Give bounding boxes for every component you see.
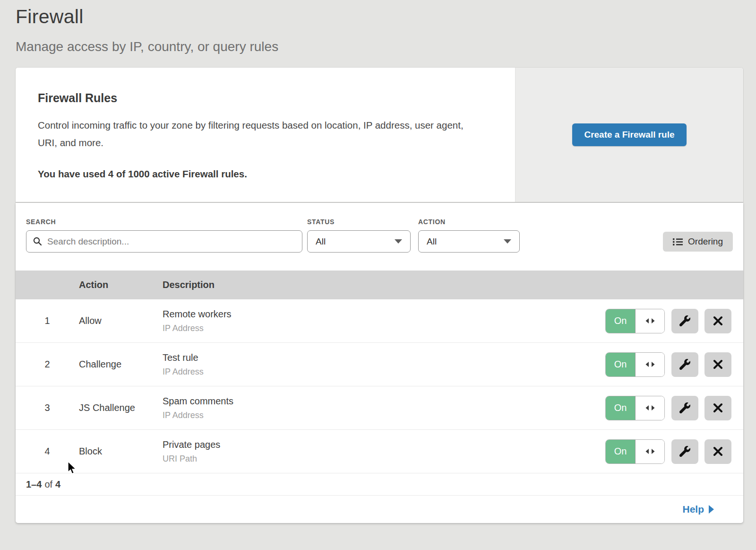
- search-icon: [33, 237, 42, 246]
- rule-description: Spam comments: [163, 396, 605, 407]
- rule-priority: 4: [16, 446, 79, 457]
- rule-description: Remote workers: [163, 309, 605, 320]
- rule-description: Private pages: [163, 439, 605, 450]
- status-label: STATUS: [307, 218, 411, 226]
- ordering-button[interactable]: Ordering: [663, 232, 733, 252]
- filters-bar: SEARCH STATUS All ACTION All: [16, 203, 743, 271]
- main-content: Firewall Rules Control incoming traffic …: [16, 68, 743, 523]
- rule-action: Allow: [79, 315, 163, 326]
- toggle-on-segment: On: [606, 309, 636, 333]
- close-icon: [713, 316, 723, 326]
- search-input[interactable]: [47, 236, 295, 247]
- overview-action-panel: Create a Firewall rule: [515, 68, 743, 202]
- chevron-right-icon: [709, 505, 714, 514]
- rule-description: Test rule: [163, 352, 605, 363]
- pagination-of: of: [44, 479, 52, 490]
- rule-description-cell: Spam comments IP Address: [163, 396, 605, 420]
- toggle-arrows-icon: [636, 309, 664, 333]
- edit-rule-button[interactable]: [671, 352, 698, 377]
- firewall-rules-overview-card: Firewall Rules Control incoming traffic …: [16, 68, 743, 202]
- help-row: Help: [16, 496, 743, 523]
- search-filter-group: SEARCH: [26, 218, 302, 253]
- rule-match-type: IP Address: [163, 410, 605, 420]
- wrench-icon: [679, 402, 690, 413]
- wrench-icon: [679, 446, 690, 457]
- search-label: SEARCH: [26, 218, 302, 226]
- firewall-rules-list-card: SEARCH STATUS All ACTION All: [16, 203, 743, 523]
- ordered-list-icon: [673, 238, 683, 246]
- page-title: Firewall: [16, 6, 742, 28]
- rule-controls: On: [605, 396, 743, 420]
- status-filter-group: STATUS All: [307, 218, 411, 253]
- rule-priority: 1: [16, 315, 79, 326]
- table-row: 4 Block Private pages URI Path On: [16, 430, 743, 473]
- edit-rule-button[interactable]: [671, 396, 698, 420]
- help-link-label: Help: [682, 504, 704, 515]
- rule-priority: 2: [16, 359, 79, 370]
- toggle-arrows-icon: [636, 440, 664, 463]
- rule-action: Block: [79, 446, 163, 457]
- page-subtitle: Manage access by IP, country, or query r…: [16, 39, 742, 54]
- rule-priority: 3: [16, 402, 79, 413]
- column-action: Action: [79, 279, 163, 290]
- overview-heading: Firewall Rules: [38, 91, 482, 105]
- rule-action: JS Challenge: [79, 402, 163, 413]
- table-row: 3 JS Challenge Spam comments IP Address …: [16, 386, 743, 430]
- toggle-arrows-icon: [636, 353, 664, 376]
- table-header: Action Description: [16, 271, 743, 299]
- delete-rule-button[interactable]: [704, 309, 731, 333]
- pagination: 1–4 of 4: [16, 473, 743, 496]
- rule-enabled-toggle[interactable]: On: [605, 352, 665, 377]
- overview-usage-text: You have used 4 of 1000 active Firewall …: [38, 168, 482, 180]
- table-row: 1 Allow Remote workers IP Address On: [16, 299, 743, 343]
- rule-description-cell: Test rule IP Address: [163, 352, 605, 377]
- action-label: ACTION: [418, 218, 520, 226]
- pagination-total: 4: [55, 479, 60, 490]
- page-header: Firewall Manage access by IP, country, o…: [0, 0, 756, 54]
- toggle-on-segment: On: [606, 396, 636, 420]
- status-select[interactable]: All: [307, 230, 411, 253]
- rule-match-type: IP Address: [163, 367, 605, 377]
- close-icon: [713, 359, 723, 369]
- chevron-down-icon: [395, 239, 402, 244]
- rule-controls: On: [605, 309, 743, 333]
- rule-description-cell: Private pages URI Path: [163, 439, 605, 464]
- rule-match-type: IP Address: [163, 323, 605, 333]
- overview-description: Control incoming traffic to your zone by…: [38, 116, 482, 151]
- rule-enabled-toggle[interactable]: On: [605, 396, 665, 420]
- create-firewall-rule-button[interactable]: Create a Firewall rule: [572, 123, 686, 146]
- ordering-wrap: Ordering: [663, 218, 733, 253]
- rule-controls: On: [605, 352, 743, 377]
- chevron-down-icon: [504, 239, 511, 244]
- delete-rule-button[interactable]: [704, 352, 731, 377]
- edit-rule-button[interactable]: [671, 439, 698, 464]
- close-icon: [713, 446, 723, 456]
- delete-rule-button[interactable]: [704, 439, 731, 464]
- status-select-value: All: [316, 236, 326, 247]
- toggle-on-segment: On: [606, 353, 636, 376]
- table-row: 2 Challenge Test rule IP Address On: [16, 343, 743, 386]
- rule-controls: On: [605, 439, 743, 464]
- rule-match-type: URI Path: [163, 454, 605, 464]
- wrench-icon: [679, 359, 690, 370]
- edit-rule-button[interactable]: [671, 309, 698, 333]
- rule-description-cell: Remote workers IP Address: [163, 309, 605, 333]
- rule-enabled-toggle[interactable]: On: [605, 439, 665, 464]
- action-select-value: All: [427, 236, 437, 247]
- overview-text-panel: Firewall Rules Control incoming traffic …: [16, 68, 515, 202]
- pagination-range: 1–4: [26, 479, 42, 490]
- rule-action: Challenge: [79, 359, 163, 370]
- action-select[interactable]: All: [418, 230, 520, 253]
- ordering-button-label: Ordering: [688, 236, 723, 247]
- rule-enabled-toggle[interactable]: On: [605, 309, 665, 333]
- toggle-on-segment: On: [606, 440, 636, 463]
- toggle-arrows-icon: [636, 396, 664, 420]
- action-filter-group: ACTION All: [418, 218, 520, 253]
- close-icon: [713, 403, 723, 413]
- column-description: Description: [163, 279, 743, 290]
- search-box: [26, 230, 302, 253]
- help-link[interactable]: Help: [682, 504, 714, 515]
- delete-rule-button[interactable]: [704, 396, 731, 420]
- wrench-icon: [679, 315, 690, 326]
